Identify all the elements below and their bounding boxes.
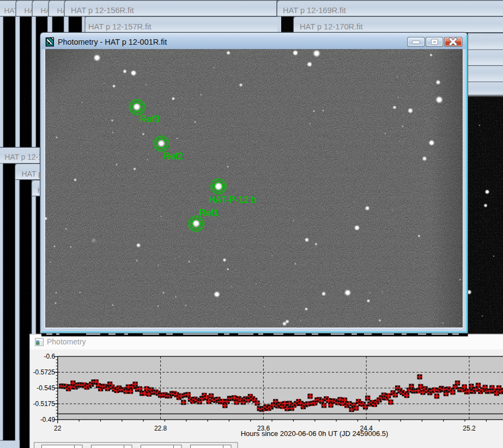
svg-text:-0.545: -0.545 <box>37 384 55 392</box>
svg-text:Ref1: Ref1 <box>199 208 219 218</box>
svg-text:-0.6: -0.6 <box>44 353 56 360</box>
svg-text:Photometry - HAT p 12-001R.fit: Photometry - HAT p 12-001R.fit <box>58 38 167 46</box>
svg-text:Ref3: Ref3 <box>140 114 160 124</box>
svg-text:HAT p 12-156R.fit: HAT p 12-156R.fit <box>71 6 134 15</box>
svg-text:HAT-P-12 b: HAT-P-12 b <box>209 195 257 205</box>
svg-text:HAT p 12-157R.fit: HAT p 12-157R.fit <box>88 22 151 31</box>
svg-text:-0.5725: -0.5725 <box>33 368 56 376</box>
svg-text:22.8: 22.8 <box>154 425 167 432</box>
svg-text:22: 22 <box>54 425 62 432</box>
svg-text:-0.5175: -0.5175 <box>33 400 56 408</box>
svg-text:HAT p 12-169R.fit: HAT p 12-169R.fit <box>283 6 346 15</box>
svg-text:Hours since 2020-06-06 0h UT (: Hours since 2020-06-06 0h UT (JD 2459006… <box>241 429 389 438</box>
svg-text:HAT p 12-170R.fit: HAT p 12-170R.fit <box>300 22 362 31</box>
svg-text:25.2: 25.2 <box>463 425 476 432</box>
svg-text:Ref2: Ref2 <box>163 151 183 161</box>
svg-text:-0.49: -0.49 <box>40 416 55 423</box>
svg-text:Photometry: Photometry <box>47 337 86 346</box>
